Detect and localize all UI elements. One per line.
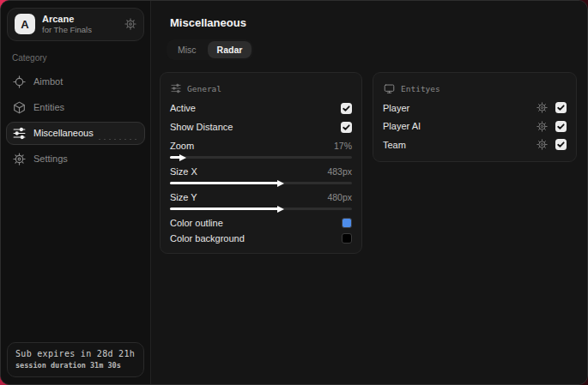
zoom-slider-labels: Zoom 17% (170, 138, 352, 153)
player-checkbox[interactable] (555, 102, 567, 113)
app-name: Arcane (42, 14, 92, 25)
entities-panel: Entityes Player Player AI (373, 72, 577, 162)
tab-bar: Misc Radar (167, 39, 253, 60)
entity-row-player: Player (383, 99, 567, 117)
entity-label: Team (383, 140, 536, 150)
gear-icon[interactable] (536, 102, 548, 113)
general-panel: General Active Show Distance Zoom 17% (160, 72, 362, 254)
tab-radar[interactable]: Radar (208, 41, 252, 58)
entity-label: Player AI (383, 121, 536, 131)
app-settings-gear-icon[interactable] (124, 18, 136, 30)
slider-thumb[interactable] (277, 180, 284, 187)
page-title: Miscellaneous (170, 16, 577, 29)
toggle-row-show-distance: Show Distance (170, 117, 352, 136)
slider-thumb[interactable] (277, 206, 284, 213)
sidebar-item-settings[interactable]: Settings (6, 147, 145, 171)
monitor-icon (384, 83, 395, 94)
slider-label: Size Y (170, 192, 197, 202)
general-panel-title: General (187, 84, 221, 93)
team-checkbox[interactable] (555, 139, 567, 150)
gear-icon[interactable] (536, 121, 548, 132)
gear-icon[interactable] (536, 139, 548, 150)
app-subtitle: for The Finals (42, 26, 92, 35)
slider-value: 480px (327, 192, 352, 202)
dots-decoration (97, 137, 136, 141)
app-title-block: Arcane for The Finals (42, 14, 92, 35)
slider-thumb[interactable] (179, 154, 186, 161)
sidebar-item-aimbot[interactable]: Aimbot (6, 70, 145, 93)
entity-label: Player (383, 103, 536, 113)
slider-value: 17% (334, 141, 352, 151)
entity-row-team: Team (383, 135, 567, 154)
app-logo: A (15, 14, 35, 34)
sliders-icon (13, 127, 26, 140)
crosshair-icon (13, 75, 26, 88)
main-content: Miscellaneous Misc Radar General Active (151, 1, 588, 384)
slider-fill (170, 208, 279, 210)
sidebar-item-label: Settings (33, 153, 68, 164)
sidebar-item-label: Miscellaneous (33, 128, 94, 138)
entities-panel-title: Entityes (401, 84, 440, 93)
panels-row: General Active Show Distance Zoom 17% (160, 72, 577, 254)
size-y-slider-labels: Size Y 480px (170, 189, 352, 204)
gear-icon (13, 153, 26, 165)
general-panel-header: General (171, 82, 352, 94)
color-outline-swatch[interactable] (342, 218, 352, 228)
sidebar-item-entities[interactable]: Entities (6, 96, 145, 119)
session-duration-text: session duration 31m 30s (15, 361, 136, 370)
app-header-card: A Arcane for The Finals (7, 8, 144, 41)
slider-fill (170, 182, 279, 184)
sidebar: A Arcane for The Finals Category Aimbot … (1, 1, 151, 384)
tab-misc[interactable]: Misc (168, 41, 206, 58)
size-x-slider[interactable] (170, 182, 352, 184)
active-checkbox[interactable] (341, 103, 352, 114)
color-background-swatch[interactable] (342, 233, 352, 244)
sidebar-nav: Aimbot Entities Miscellaneous Settings (1, 68, 150, 173)
cube-icon (13, 101, 26, 114)
sidebar-item-miscellaneous[interactable]: Miscellaneous (6, 122, 145, 145)
color-background-row: Color background (170, 231, 352, 246)
zoom-slider[interactable] (170, 156, 352, 159)
show-distance-checkbox[interactable] (341, 122, 352, 133)
slider-value: 483px (327, 166, 352, 177)
sidebar-item-label: Aimbot (33, 76, 63, 87)
color-label: Color outline (170, 218, 223, 228)
sidebar-item-label: Entities (33, 102, 64, 112)
sliders-icon (171, 83, 181, 93)
sub-expiry-text: Sub expires in 28d 21h (15, 349, 136, 358)
entity-row-player-ai: Player AI (383, 117, 567, 136)
entities-panel-header: Entityes (384, 82, 567, 94)
toggle-label: Show Distance (170, 122, 233, 132)
size-x-slider-labels: Size X 483px (170, 164, 352, 178)
subscription-status-card: Sub expires in 28d 21h session duration … (7, 342, 144, 377)
color-outline-row: Color outline (170, 215, 352, 231)
size-y-slider[interactable] (170, 208, 352, 210)
toggle-row-active: Active (170, 99, 352, 117)
slider-label: Zoom (170, 141, 194, 151)
slider-label: Size X (170, 166, 197, 177)
app-window: A Arcane for The Finals Category Aimbot … (0, 0, 588, 385)
player-ai-checkbox[interactable] (555, 121, 567, 132)
color-label: Color background (170, 233, 245, 244)
category-label: Category (12, 53, 150, 63)
toggle-label: Active (170, 103, 196, 113)
